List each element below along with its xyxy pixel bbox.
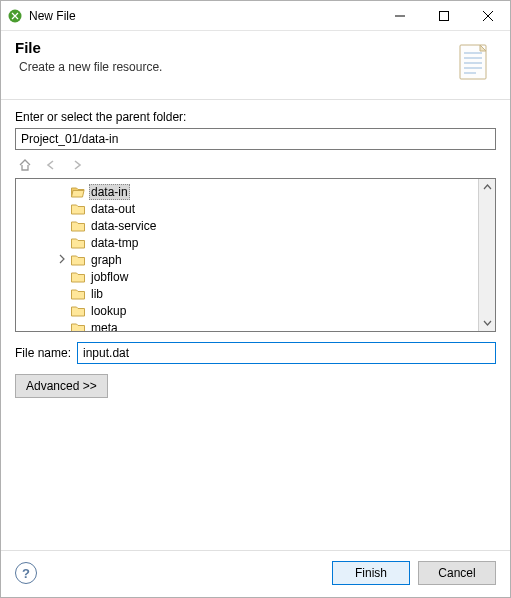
titlebar: New File [1, 1, 510, 31]
tree-item-label: graph [89, 253, 124, 267]
folder-icon [70, 252, 86, 268]
folder-icon [70, 320, 86, 332]
tree-item[interactable]: lib [18, 285, 476, 302]
back-icon[interactable] [41, 156, 61, 174]
home-icon[interactable] [15, 156, 35, 174]
expand-toggle[interactable] [54, 254, 70, 266]
folder-icon [70, 303, 86, 319]
tree-item[interactable]: jobflow [18, 268, 476, 285]
folder-icon [70, 201, 86, 217]
tree-item[interactable]: data-service [18, 217, 476, 234]
window-title: New File [29, 9, 378, 23]
parent-folder-input[interactable] [15, 128, 496, 150]
wizard-header: File Create a new file resource. [1, 31, 510, 100]
app-icon [1, 8, 29, 24]
tree-item[interactable]: data-tmp [18, 234, 476, 251]
advanced-button[interactable]: Advanced >> [15, 374, 108, 398]
tree-item-label: data-in [89, 184, 130, 200]
cancel-button[interactable]: Cancel [418, 561, 496, 585]
parent-folder-label: Enter or select the parent folder: [15, 110, 496, 124]
scroll-track[interactable] [479, 196, 495, 314]
new-file-dialog: New File File Create a new file resource… [0, 0, 511, 598]
tree-item-label: data-service [89, 219, 158, 233]
maximize-button[interactable] [422, 1, 466, 30]
tree-item[interactable]: meta [18, 319, 476, 331]
folder-icon [70, 286, 86, 302]
tree-item-label: lookup [89, 304, 128, 318]
svg-rect-2 [440, 11, 449, 20]
folder-icon [70, 218, 86, 234]
wizard-page-icon [448, 39, 496, 87]
finish-button[interactable]: Finish [332, 561, 410, 585]
close-button[interactable] [466, 1, 510, 30]
tree-item-label: data-out [89, 202, 137, 216]
folder-icon [70, 269, 86, 285]
scroll-up-icon[interactable] [479, 179, 495, 196]
forward-icon[interactable] [67, 156, 87, 174]
tree-item-label: data-tmp [89, 236, 140, 250]
folder-icon [70, 235, 86, 251]
page-title: File [15, 39, 448, 56]
tree-item[interactable]: data-in [18, 183, 476, 200]
help-icon[interactable]: ? [15, 562, 37, 584]
tree-item-label: meta [89, 321, 120, 332]
file-name-label: File name: [15, 346, 71, 360]
tree-item[interactable]: data-out [18, 200, 476, 217]
tree-item[interactable]: lookup [18, 302, 476, 319]
minimize-button[interactable] [378, 1, 422, 30]
open-folder-icon [70, 184, 86, 200]
tree-item-label: jobflow [89, 270, 130, 284]
tree-item-label: lib [89, 287, 105, 301]
scroll-down-icon[interactable] [479, 314, 495, 331]
tree-scrollbar[interactable] [478, 179, 495, 331]
tree-nav-toolbar [15, 156, 496, 174]
dialog-footer: ? Finish Cancel [1, 550, 510, 597]
folder-tree[interactable]: data-indata-outdata-servicedata-tmpgraph… [15, 178, 496, 332]
tree-item[interactable]: graph [18, 251, 476, 268]
file-name-input[interactable] [77, 342, 496, 364]
page-subtitle: Create a new file resource. [15, 60, 448, 74]
